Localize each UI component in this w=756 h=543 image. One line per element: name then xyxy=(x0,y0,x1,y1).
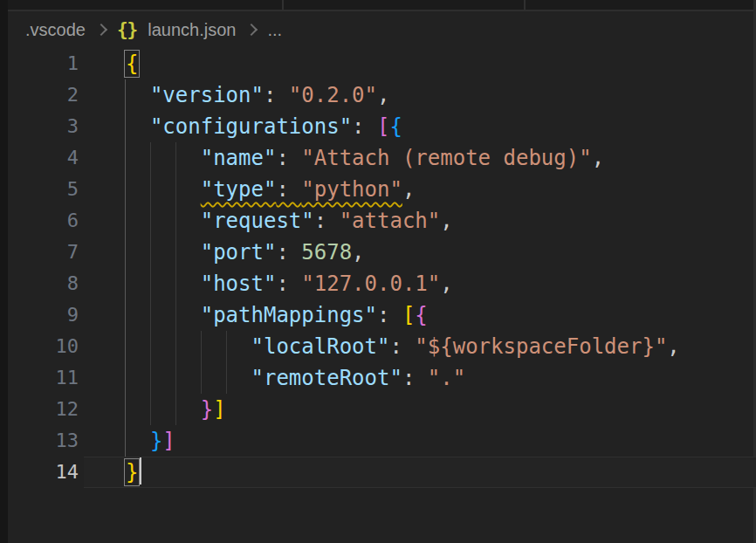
code-line-5[interactable]: 5 "type": "python", xyxy=(8,174,756,205)
indent-whitespace xyxy=(125,334,251,359)
indent-whitespace xyxy=(125,177,201,202)
token: : xyxy=(276,177,301,202)
line-number-7[interactable]: 7 xyxy=(8,237,79,268)
line-number-2[interactable]: 2 xyxy=(8,79,79,111)
code-line-12[interactable]: 12 }] xyxy=(8,394,756,425)
code-line-content[interactable]: "name": "Attach (remote debug)", xyxy=(125,142,756,174)
indent-guide xyxy=(150,331,151,362)
code-editor[interactable]: 1{2 "version": "0.2.0",3 "configurations… xyxy=(8,48,756,488)
indent-guide xyxy=(226,331,227,362)
code-line-content[interactable]: "request": "attach", xyxy=(125,205,756,237)
code-line-11[interactable]: 11 "remoteRoot": "." xyxy=(8,362,756,394)
indent-guide xyxy=(150,205,151,237)
tab-separator xyxy=(282,0,284,10)
code-line-13[interactable]: 13 }] xyxy=(8,425,756,457)
indent-guide xyxy=(125,425,126,457)
window-left-edge xyxy=(0,0,8,543)
code-line-4[interactable]: 4 "name": "Attach (remote debug)", xyxy=(8,142,756,174)
code-line-14[interactable]: 14} xyxy=(8,457,756,488)
tab-bar[interactable] xyxy=(8,0,756,11)
token: "${workspaceFolder}" xyxy=(415,334,667,359)
token: } xyxy=(125,459,139,485)
token: "host" xyxy=(201,272,277,296)
indent-guide xyxy=(125,111,126,142)
code-line-3[interactable]: 3 "configurations": [{ xyxy=(8,111,756,142)
indent-guide xyxy=(175,394,176,425)
code-line-content[interactable]: "pathMappings": [{ xyxy=(125,299,756,331)
code-line-9[interactable]: 9 "pathMappings": [{ xyxy=(8,299,756,331)
line-number-5[interactable]: 5 xyxy=(8,174,79,205)
line-number-8[interactable]: 8 xyxy=(8,268,79,299)
code-line-content[interactable]: "version": "0.2.0", xyxy=(125,79,756,111)
token: , xyxy=(592,146,604,170)
code-line-content[interactable]: { xyxy=(125,48,756,79)
breadcrumb-file[interactable]: launch.json xyxy=(148,20,236,40)
indent-guide xyxy=(150,142,151,174)
token: "attach" xyxy=(340,209,441,233)
indent-whitespace xyxy=(125,366,251,390)
token: ] xyxy=(162,429,175,453)
token: "127.0.0.1" xyxy=(301,272,440,296)
line-number-1[interactable]: 1 xyxy=(8,48,79,79)
code-line-8[interactable]: 8 "host": "127.0.0.1", xyxy=(8,268,756,299)
indent-whitespace xyxy=(125,114,150,139)
indent-guide xyxy=(150,299,151,331)
breadcrumb-symbol-ellipsis[interactable]: ... xyxy=(267,20,282,40)
line-number-10[interactable]: 10 xyxy=(8,331,79,362)
code-line-6[interactable]: 6 "request": "attach", xyxy=(8,205,756,237)
indent-guide xyxy=(201,331,202,362)
json-braces-icon: {} xyxy=(117,19,137,40)
code-line-1[interactable]: 1{ xyxy=(8,48,756,79)
line-number-9[interactable]: 9 xyxy=(8,299,79,331)
indent-guide xyxy=(125,174,126,205)
indent-guide xyxy=(125,362,126,394)
code-line-content[interactable]: }] xyxy=(125,394,756,425)
code-line-7[interactable]: 7 "port": 5678, xyxy=(8,237,756,268)
indent-guide xyxy=(125,394,126,425)
code-line-content[interactable]: "port": 5678, xyxy=(125,237,756,268)
line-number-14[interactable]: 14 xyxy=(8,457,79,488)
token: [ xyxy=(402,303,415,327)
token: "." xyxy=(428,366,465,390)
code-line-10[interactable]: 10 "localRoot": "${workspaceFolder}", xyxy=(8,331,756,362)
indent-guide xyxy=(125,237,126,268)
token: "configurations" xyxy=(150,114,352,139)
token: { xyxy=(125,51,139,77)
code-line-content[interactable]: "type": "python", xyxy=(125,174,756,205)
token: , xyxy=(377,83,389,107)
line-number-4[interactable]: 4 xyxy=(8,142,79,174)
line-number-11[interactable]: 11 xyxy=(8,362,79,394)
code-line-content[interactable]: }] xyxy=(125,425,756,457)
chevron-right-icon xyxy=(245,24,258,36)
line-number-3[interactable]: 3 xyxy=(8,111,79,142)
token: : xyxy=(314,209,340,233)
code-line-content[interactable]: "configurations": [{ xyxy=(125,111,756,142)
token: "python" xyxy=(301,177,402,202)
line-number-13[interactable]: 13 xyxy=(8,425,79,457)
token: : xyxy=(352,114,377,139)
indent-whitespace xyxy=(125,272,201,296)
code-line-content[interactable]: "remoteRoot": "." xyxy=(125,362,756,394)
indent-guide xyxy=(150,362,151,394)
code-line-2[interactable]: 2 "version": "0.2.0", xyxy=(8,79,756,111)
indent-whitespace xyxy=(125,209,201,233)
token: "port" xyxy=(201,240,277,265)
token: : xyxy=(389,334,415,359)
indent-guide xyxy=(125,142,126,174)
code-line-content[interactable]: } xyxy=(125,457,756,488)
line-number-6[interactable]: 6 xyxy=(8,205,79,237)
indent-whitespace xyxy=(125,429,150,453)
line-number-12[interactable]: 12 xyxy=(8,394,79,425)
breadcrumb-folder[interactable]: .vscode xyxy=(25,20,86,40)
token: "0.2.0" xyxy=(289,83,377,107)
indent-guide xyxy=(175,237,176,268)
code-line-content[interactable]: "localRoot": "${workspaceFolder}", xyxy=(125,331,756,362)
indent-guide xyxy=(175,268,176,299)
indent-guide xyxy=(175,205,176,237)
token: "Attach (remote debug)" xyxy=(301,146,591,170)
code-line-content[interactable]: "host": "127.0.0.1", xyxy=(125,268,756,299)
text-cursor xyxy=(140,457,141,485)
token: "localRoot" xyxy=(251,334,390,359)
indent-guide xyxy=(150,268,151,299)
token: : xyxy=(264,83,289,107)
